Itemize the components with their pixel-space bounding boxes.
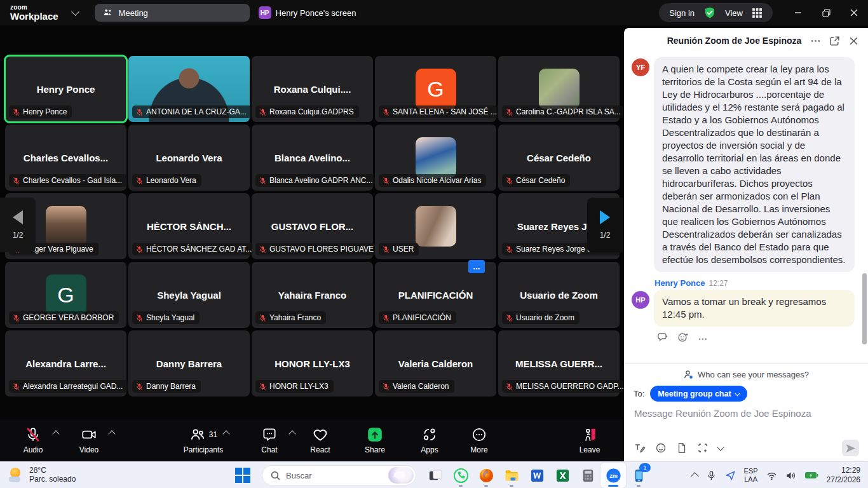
chevron-up-icon[interactable] (222, 430, 229, 437)
view-button[interactable]: View (725, 8, 743, 18)
participant-tile-12[interactable]: HÉCTOR SÁNCH...HÉCTOR SÁNCHEZ GAD AT... (128, 193, 250, 259)
language-indicator[interactable]: ESP LAA (744, 467, 758, 483)
leave-button[interactable]: Leave (569, 426, 610, 454)
react-button[interactable]: React (300, 426, 341, 454)
participant-tile-25[interactable]: MELISSA GUERR...MELISSA GUERRERO GADP... (498, 330, 620, 396)
send-button[interactable] (842, 440, 859, 456)
participant-label: Valeria Calderon (379, 380, 454, 393)
participant-tile-7[interactable]: Leonardo VeraLeonardo Vera (128, 125, 250, 191)
participant-name: HÉCTOR SÁNCH... (143, 221, 235, 232)
minimize-button[interactable] (784, 0, 812, 25)
firefox-app-icon[interactable] (473, 463, 499, 488)
previous-page-button[interactable]: 1/2 (0, 198, 36, 252)
chat-close-icon[interactable] (848, 36, 859, 46)
tab-henry-ponces-screen[interactable]: HP Henry Ponce's screen (259, 6, 356, 19)
share-button[interactable]: Share (355, 426, 395, 454)
participant-label: Odalis Nicole Alcivar Arias (379, 174, 486, 187)
clock[interactable]: 12:29 27/2/2026 (827, 466, 860, 485)
participant-tile-1[interactable]: Henry PonceHenry Ponce (5, 56, 126, 122)
format-text-icon[interactable] (634, 442, 646, 454)
chevron-down-icon[interactable] (717, 444, 724, 451)
participant-tile-4[interactable]: GSANTA ELENA - SAN JOSÉ ... (375, 56, 496, 122)
emoji-icon[interactable] (655, 442, 667, 454)
participant-tile-22[interactable]: Danny BarreraDanny Barrera (128, 330, 250, 396)
more-actions-icon[interactable] (698, 332, 709, 343)
chat-input[interactable]: Message Reunión Zoom de Joe Espinoza (634, 408, 858, 419)
message-bubble[interactable]: Vamos a tomar un break y regresamos 12:4… (654, 290, 855, 327)
start-button[interactable] (235, 468, 250, 483)
participant-tile-2[interactable]: ANTONIA DE LA CRUZ-GA... (128, 56, 250, 122)
heart-icon (312, 426, 329, 443)
participants-button[interactable]: 31Participants (183, 426, 224, 454)
participant-label: Yahaira Franco (255, 311, 326, 324)
excel-app-icon[interactable] (550, 463, 575, 488)
participant-label: ANTONIA DE LA CRUZ-GA... (132, 105, 252, 118)
participant-tile-24[interactable]: Valeria CalderonValeria Calderon (375, 330, 496, 396)
tray-overflow-icon[interactable] (691, 472, 699, 480)
task-view-app-icon[interactable] (423, 463, 448, 488)
participant-tile-13[interactable]: GUSTAVO FLOR...GUSTAVO FLORES PIGUAVE (252, 193, 373, 259)
add-reaction-icon[interactable] (677, 332, 689, 343)
restore-button[interactable] (812, 0, 840, 25)
participant-tile-19[interactable]: PLANIFICACIÓN...PLANIFICACIÓN (375, 262, 496, 328)
whatsapp-app-icon[interactable] (448, 463, 473, 488)
participant-tile-6[interactable]: Charles Cevallos...Charles Cevallos - Ga… (5, 125, 126, 191)
chevron-up-icon[interactable] (288, 430, 295, 437)
tray-mic-icon[interactable] (706, 470, 717, 481)
chevron-up-icon[interactable] (108, 430, 115, 437)
word-app-icon[interactable] (524, 463, 550, 488)
file-explorer-app-icon[interactable] (499, 463, 524, 488)
chat-panel: Reunión Zoom de Joe Espinoza YF A quien … (624, 28, 868, 461)
search-box[interactable]: Buscar (262, 465, 416, 485)
zoom-app-icon[interactable]: zm (600, 463, 626, 488)
volume-icon[interactable] (785, 470, 796, 481)
participant-tile-18[interactable]: Yahaira FrancoYahaira Franco (252, 262, 373, 328)
chat-more-icon[interactable] (810, 36, 821, 46)
participant-avatar: G (416, 69, 456, 109)
participant-tile-20[interactable]: Usuario de ZoomUsuario de Zoom (498, 262, 620, 328)
participant-tile-14[interactable]: USER (375, 193, 496, 259)
participant-tile-21[interactable]: Alexandra Larre...Alexandra Larreategui … (5, 330, 126, 396)
video-button[interactable]: Video (69, 426, 109, 454)
close-button[interactable] (840, 0, 868, 25)
phone-link-app-icon[interactable]: 1 (626, 463, 651, 488)
participant-tile-23[interactable]: HONOR LLY-LX3HONOR LLY-LX3 (252, 330, 373, 396)
view-grid-icon[interactable] (752, 8, 763, 18)
screenshot-icon[interactable] (697, 442, 709, 454)
reply-icon[interactable] (657, 332, 668, 343)
participant-tile-17[interactable]: Sheyla YagualSheyla Yagual (128, 262, 250, 328)
tray-location-icon[interactable] (725, 470, 736, 481)
weather-temp: 28°C (29, 466, 76, 475)
next-page-button[interactable]: 1/2 (587, 198, 623, 252)
chat-button[interactable]: Chat (249, 426, 290, 454)
privacy-note-text: Who can see your messages? (698, 370, 809, 379)
battery-icon[interactable] (804, 471, 818, 480)
svg-text:zm: zm (609, 473, 618, 479)
firefox-icon (478, 468, 494, 484)
chat-popout-icon[interactable] (829, 36, 840, 46)
recipient-selector[interactable]: Meeting group chat (650, 386, 747, 402)
tile-options-button[interactable]: ... (468, 260, 485, 273)
message-bubble[interactable]: A quien le compete crear la ley para los… (654, 57, 855, 272)
participant-tile-16[interactable]: GGEORGE VERA BORBOR (5, 262, 126, 328)
participant-tile-10[interactable]: César CedeñoCésar Cedeño (498, 125, 620, 191)
privacy-note[interactable]: Who can see your messages? (624, 363, 868, 385)
more-button[interactable]: More (459, 426, 499, 454)
security-shield-icon[interactable] (703, 6, 716, 19)
participant-tile-8[interactable]: Blanca Avelino...Blanca Avelino GADPR AN… (252, 125, 373, 191)
calculator-app-icon[interactable] (575, 463, 600, 488)
chat-scrollbar[interactable] (862, 273, 867, 344)
chevron-up-icon[interactable] (52, 430, 59, 437)
chevron-down-icon[interactable] (71, 8, 79, 16)
participant-tile-5[interactable]: Carolina C.-GADPR ISLA SA... (498, 56, 620, 122)
sign-in-button[interactable]: Sign in (669, 8, 695, 18)
wifi-icon[interactable] (766, 470, 777, 481)
participant-tile-9[interactable]: Odalis Nicole Alcivar Arias (375, 125, 496, 191)
apps-button[interactable]: Apps (409, 426, 450, 454)
attach-file-icon[interactable] (676, 442, 688, 454)
audio-button[interactable]: Audio (13, 426, 53, 454)
tab-meeting[interactable]: Meeting (95, 4, 250, 22)
participant-tile-3[interactable]: Roxana Culqui....Roxana Culqui.GADPRS (252, 56, 373, 122)
weather-widget[interactable]: 28°C Parc. soleado (9, 466, 104, 484)
logo-text-zoom: zoom (10, 4, 58, 11)
